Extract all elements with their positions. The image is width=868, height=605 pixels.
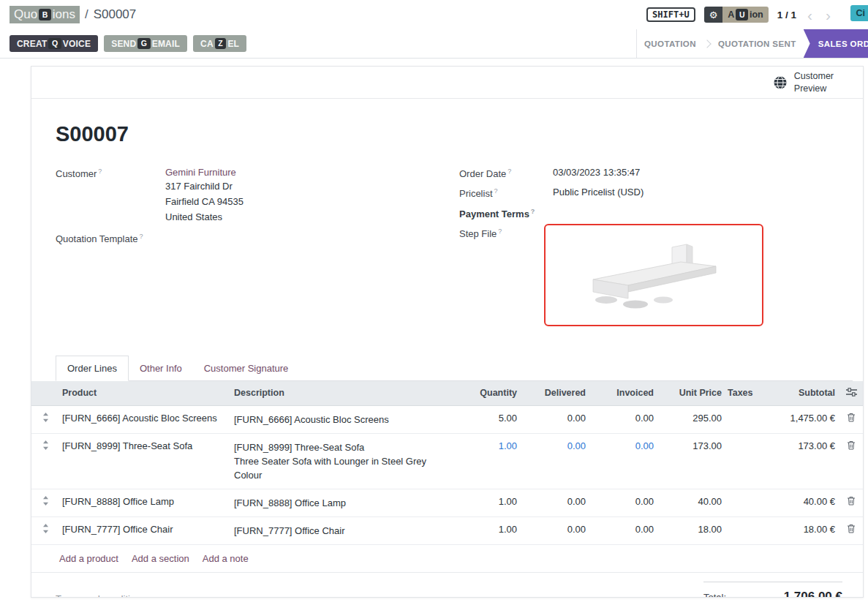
trash-icon[interactable] bbox=[847, 496, 856, 506]
cell-delivered[interactable]: 0.00 bbox=[520, 516, 589, 544]
cell-quantity[interactable]: 5.00 bbox=[447, 405, 520, 433]
help-icon[interactable]: ? bbox=[494, 187, 498, 195]
breadcrumb-quotations-link[interactable]: Quo B ions bbox=[10, 6, 80, 23]
cancel-button[interactable]: CA Z EL bbox=[193, 35, 246, 53]
cell-product[interactable]: [FURN_8999] Three-Seat Sofa bbox=[59, 433, 231, 489]
label-text: Quotation Template bbox=[56, 233, 138, 244]
table-row[interactable]: [FURN_7777] Office Chair [FURN_7777] Off… bbox=[31, 516, 864, 544]
table-row[interactable]: [FURN_6666] Acoustic Bloc Screens [FURN_… bbox=[31, 405, 864, 433]
optional-columns-icon[interactable] bbox=[846, 388, 857, 397]
pager-next-icon[interactable]: › bbox=[823, 7, 833, 23]
cell-product[interactable]: [FURN_7777] Office Chair bbox=[59, 516, 231, 544]
step-file-preview[interactable] bbox=[544, 224, 763, 326]
cell-taxes[interactable] bbox=[725, 489, 760, 516]
column-header-delivered[interactable]: Delivered bbox=[520, 381, 589, 406]
cell-unit-price[interactable]: 18.00 bbox=[657, 516, 725, 544]
cell-delivered[interactable]: 0.00 bbox=[520, 433, 589, 489]
tab-order-lines[interactable]: Order Lines bbox=[56, 356, 129, 381]
label-text: Step File bbox=[459, 228, 497, 239]
cell-quantity[interactable]: 1.00 bbox=[447, 516, 520, 544]
cell-delivered[interactable]: 0.00 bbox=[520, 489, 589, 516]
drag-handle-cell bbox=[31, 516, 59, 544]
cell-delivered[interactable]: 0.00 bbox=[520, 405, 589, 433]
cell-invoiced[interactable]: 0.00 bbox=[589, 489, 657, 516]
drag-handle-icon[interactable] bbox=[42, 524, 49, 533]
handle-column-header bbox=[31, 381, 59, 406]
status-step-sales-order-active[interactable]: SALES ORDER bbox=[804, 29, 868, 58]
order-date-value[interactable]: 03/03/2023 13:35:47 bbox=[553, 167, 640, 178]
chevron-right-icon bbox=[703, 40, 711, 48]
help-icon[interactable]: ? bbox=[507, 168, 511, 175]
cell-product[interactable]: [FURN_8888] Office Lamp bbox=[59, 489, 231, 516]
trash-icon[interactable] bbox=[847, 413, 856, 422]
table-row[interactable]: [FURN_8999] Three-Seat Sofa [FURN_8999] … bbox=[31, 433, 864, 489]
step-file-3d-preview bbox=[570, 234, 738, 316]
add-product-link[interactable]: Add a product bbox=[59, 553, 118, 564]
cell-unit-price[interactable]: 173.00 bbox=[657, 433, 725, 489]
help-icon[interactable]: ? bbox=[531, 208, 535, 215]
cell-description[interactable]: [FURN_8999] Three-Seat Sofa Three Seater… bbox=[231, 433, 447, 489]
drag-handle-icon[interactable] bbox=[42, 440, 49, 450]
button-label-text: CREAT bbox=[17, 39, 47, 49]
cell-quantity[interactable]: 1.00 bbox=[447, 433, 520, 489]
control-bar: CREAT Q VOICE SEND G EMAIL CA Z EL QUOTA… bbox=[0, 29, 868, 59]
step-file-label: Step File? bbox=[459, 227, 553, 239]
tab-customer-signature[interactable]: Customer Signature bbox=[193, 356, 300, 380]
column-header-product[interactable]: Product bbox=[59, 381, 231, 406]
table-footer-links: Add a product Add a section Add a note bbox=[31, 545, 863, 573]
drag-handle-cell bbox=[31, 489, 59, 516]
label-text: Pricelist bbox=[459, 189, 493, 200]
column-header-description[interactable]: Description bbox=[231, 381, 447, 406]
cell-product[interactable]: [FURN_6666] Acoustic Bloc Screens bbox=[59, 405, 231, 433]
customer-preview-button[interactable]: Customer Preview bbox=[773, 70, 834, 94]
cell-description[interactable]: [FURN_7777] Office Chair bbox=[231, 516, 447, 544]
breadcrumb-record: S00007 bbox=[94, 7, 137, 22]
table-row[interactable]: [FURN_8888] Office Lamp [FURN_8888] Offi… bbox=[31, 489, 864, 516]
create-invoice-button[interactable]: CREAT Q VOICE bbox=[10, 35, 98, 53]
cell-subtotal: 173.00 € bbox=[760, 433, 838, 489]
button-label-text: SEND bbox=[111, 39, 136, 49]
trash-icon[interactable] bbox=[847, 440, 856, 450]
cell-quantity[interactable]: 1.00 bbox=[447, 489, 520, 516]
help-icon[interactable]: ? bbox=[140, 233, 143, 240]
cell-taxes[interactable] bbox=[725, 433, 760, 489]
status-step-quotation-sent[interactable]: QUOTATION SENT bbox=[711, 29, 804, 58]
drag-handle-icon[interactable] bbox=[42, 413, 49, 422]
cell-description[interactable]: [FURN_6666] Acoustic Bloc Screens bbox=[231, 405, 447, 433]
cell-invoiced[interactable]: 0.00 bbox=[589, 516, 657, 544]
gear-icon: ⚙ bbox=[704, 7, 723, 23]
cell-unit-price[interactable]: 295.00 bbox=[657, 405, 725, 433]
column-header-taxes[interactable]: Taxes bbox=[725, 381, 760, 406]
column-header-quantity[interactable]: Quantity bbox=[447, 381, 520, 406]
cell-unit-price[interactable]: 40.00 bbox=[657, 489, 725, 516]
cell-taxes[interactable] bbox=[725, 405, 760, 433]
quotation-template-label: Quotation Template? bbox=[56, 232, 165, 244]
pager-previous-icon[interactable]: ‹ bbox=[805, 7, 815, 23]
help-icon[interactable]: ? bbox=[98, 168, 102, 175]
add-section-link[interactable]: Add a section bbox=[132, 553, 189, 564]
pricelist-value[interactable]: Public Pricelist (USD) bbox=[553, 187, 644, 198]
trash-icon[interactable] bbox=[847, 524, 856, 533]
cell-taxes[interactable] bbox=[725, 516, 760, 544]
customer-field-label: Customer? bbox=[56, 167, 165, 179]
help-icon[interactable]: ? bbox=[498, 228, 502, 235]
add-note-link[interactable]: Add a note bbox=[203, 553, 249, 564]
top-navigation-bar: Quo B ions / S00007 SHIFT+U ⚙ A U ion 1 … bbox=[0, 0, 868, 29]
column-header-invoiced[interactable]: Invoiced bbox=[589, 381, 657, 406]
column-header-unit-price[interactable]: Unit Price bbox=[657, 381, 725, 406]
action-menu-button[interactable]: ⚙ A U ion bbox=[704, 7, 769, 23]
cell-invoiced[interactable]: 0.00 bbox=[589, 405, 657, 433]
terms-and-conditions-input[interactable]: Terms and conditions... bbox=[56, 593, 154, 598]
send-email-button[interactable]: SEND G EMAIL bbox=[104, 35, 187, 53]
drag-handle-icon[interactable] bbox=[42, 496, 49, 506]
order-date-field-row: Order Date? 03/03/2023 13:35:47 bbox=[459, 167, 853, 179]
customer-link[interactable]: Gemini Furniture bbox=[165, 167, 236, 178]
keyboard-hint-badge: Z bbox=[215, 38, 227, 50]
order-date-label: Order Date? bbox=[459, 167, 553, 179]
cell-invoiced[interactable]: 0.00 bbox=[589, 433, 657, 489]
cell-description[interactable]: [FURN_8888] Office Lamp bbox=[231, 489, 447, 516]
tab-other-info[interactable]: Other Info bbox=[129, 356, 193, 380]
status-step-quotation[interactable]: QUOTATION bbox=[637, 29, 703, 58]
column-header-subtotal[interactable]: Subtotal bbox=[760, 381, 838, 406]
status-bar: QUOTATION QUOTATION SENT SALES ORDER bbox=[636, 29, 868, 58]
